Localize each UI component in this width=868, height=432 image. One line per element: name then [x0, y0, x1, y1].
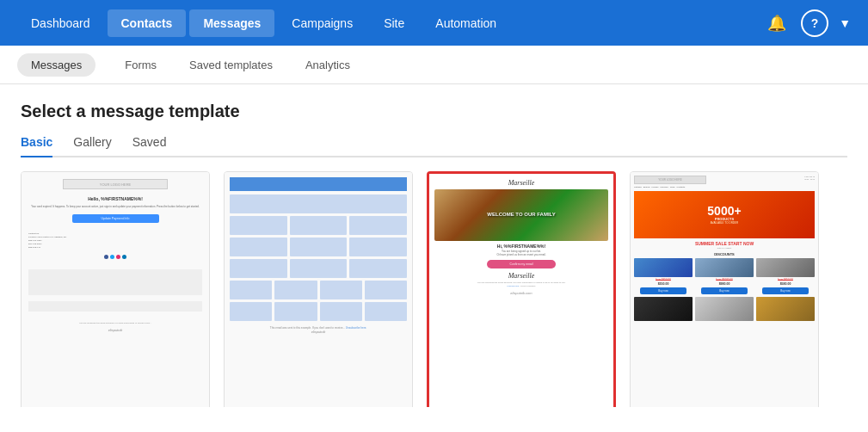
subnav-item-messages[interactable]: Messages: [17, 53, 95, 77]
nav-item-automation[interactable]: Automation: [422, 9, 510, 37]
nav-item-messages[interactable]: Messages: [189, 9, 274, 37]
card4-product-3: from $650.00 $580.00 Buy now: [756, 258, 815, 294]
card4-phone-image-1: [634, 297, 693, 321]
card2-brand-logo: elisputnik: [230, 330, 407, 334]
card2-cell-2: [290, 216, 348, 235]
card4-promotional-banner: 5000+ PRODUCTS AVAILABLE TO ORDER: [634, 191, 815, 238]
card4-nav-ferroles: Ferroles: [660, 186, 668, 188]
nav-item-contacts[interactable]: Contacts: [108, 9, 187, 37]
template-preview-2: This email was sent to this example. If …: [225, 172, 412, 407]
top-navigation: Dashboard Contacts Messages Campaigns Si…: [0, 0, 868, 46]
card2-cell-17: [365, 302, 407, 321]
card2-cell-5: [290, 238, 348, 256]
card4-product-image-3: [756, 258, 815, 277]
card4-product-2: from $1000.00 $980.00 Buy now: [695, 258, 754, 294]
nav-item-site[interactable]: Site: [370, 9, 418, 37]
card2-cell-16: [320, 302, 362, 321]
templates-grid: YOUR LOGO HERE Hello, %%FIRSTNAME%%! You…: [21, 171, 847, 407]
card1-greeting: Hello, %%FIRSTNAME%%!: [28, 196, 202, 201]
card4-buy-button-2: Buy now: [701, 287, 748, 294]
card1-contact: Contact Us PO BOX 7070 Clinton VIA Alaba…: [28, 232, 202, 250]
card3-footer-title: Marseille: [434, 272, 608, 280]
card3-greeting: Hi, %%FIRSTNAME%%!: [434, 244, 608, 249]
card4-nav-shop: Shop: [670, 186, 675, 188]
nav-right-actions: 🔔 ? ▼: [763, 9, 851, 37]
card2-cell-wide: [230, 194, 407, 213]
card2-row-2: [230, 216, 407, 235]
card2-cell-6: [349, 238, 407, 256]
card1-cta-button: Update Payment Info: [72, 214, 159, 223]
template-card-3[interactable]: Marseille WELCOME TO OUR FAMILY Hi, %%FI…: [427, 171, 616, 407]
sub-navigation: Messages Forms Saved templates Analytics: [0, 46, 868, 84]
subnav-item-saved-templates[interactable]: Saved templates: [186, 46, 276, 83]
card2-header-banner: [230, 177, 407, 191]
card4-price-old-1: from $450.00: [656, 278, 671, 281]
card4-price-old-2: from $1000.00: [716, 278, 732, 281]
card2-row-3: [230, 238, 407, 256]
card2-cell-4: [230, 238, 287, 256]
nav-item-campaigns[interactable]: Campaigns: [278, 9, 366, 37]
card1-social-icons: [28, 255, 202, 259]
card4-buy-button-3: Buy now: [762, 287, 809, 294]
card4-banner-number: 5000+: [707, 205, 741, 217]
card2-row-5: [230, 281, 407, 299]
card4-product-image-2: [695, 258, 754, 277]
card4-phone-image-2: [695, 297, 754, 321]
card4-price-new-3: $580.00: [780, 282, 791, 286]
card4-product-row: from $450.00 $350.00 Buy now from $1000.…: [634, 258, 815, 294]
card4-sale-sub: until 21 August: [634, 247, 815, 250]
nav-item-dashboard[interactable]: Dashboard: [17, 9, 104, 37]
card4-product-image-1: [634, 258, 693, 277]
subnav-item-analytics[interactable]: Analytics: [302, 46, 354, 83]
card2-cell-13: [365, 281, 407, 299]
card4-buy-button-1: Buy now: [640, 287, 686, 294]
card2-cell-14: [230, 302, 272, 321]
template-type-tabs: Basic Gallery Saved: [21, 135, 847, 157]
card4-price-new-2: $980.00: [719, 282, 730, 286]
tab-basic[interactable]: Basic: [21, 135, 52, 157]
template-preview-4: YOUR LOGO HERE 8 000 123 4609:00 - 22:00…: [631, 172, 818, 407]
template-preview-1: YOUR LOGO HERE Hello, %%FIRSTNAME%%! You…: [22, 172, 209, 407]
card2-cell-3: [349, 216, 407, 235]
card3-title: Marseille: [434, 179, 608, 187]
card3-cta-button: Confirm my email: [487, 260, 557, 268]
card4-navigation: Catalog Brands Homes Ferroles Shop Conta…: [634, 186, 815, 188]
tab-saved[interactable]: Saved: [132, 135, 167, 157]
account-chevron-button[interactable]: ▼: [839, 16, 851, 30]
card2-cell-11: [274, 281, 317, 299]
template-card-1[interactable]: YOUR LOGO HERE Hello, %%FIRSTNAME%%! You…: [21, 171, 210, 407]
subnav-item-forms[interactable]: Forms: [121, 46, 160, 83]
card1-logo: YOUR LOGO HERE: [63, 179, 167, 189]
card3-footer-text: You are receiving this email because you…: [434, 281, 608, 287]
card4-nav-catalog: Catalog: [634, 186, 642, 188]
card3-body-text: You are being signed up to our list.Or h…: [434, 250, 608, 256]
notification-bell-button[interactable]: 🔔: [763, 9, 791, 37]
card2-cell-7: [230, 259, 287, 278]
card3-brand-logo: elisputnik.com: [434, 291, 608, 295]
card3-image: WELCOME TO OUR FAMILY: [434, 189, 608, 241]
card4-logo: YOUR LOGO HERE: [634, 176, 706, 184]
card1-brand-logo: elisputnik: [28, 328, 202, 332]
card4-nav-contacts: Contacts: [676, 186, 685, 188]
card2-row-6: [230, 302, 407, 321]
template-card-2[interactable]: This email was sent to this example. If …: [224, 171, 413, 407]
card4-nav-homes: Homes: [652, 186, 659, 188]
card2-row-1: [230, 194, 407, 213]
card1-text: Your card expired. It happens. To keep y…: [28, 205, 202, 208]
card2-cell-9: [349, 259, 407, 278]
template-card-4[interactable]: YOUR LOGO HERE 8 000 123 4609:00 - 22:00…: [630, 171, 819, 407]
page-title: Select a message template: [21, 102, 847, 121]
card2-cell-8: [290, 259, 348, 278]
card4-sale-title: SUMMER SALE START NOW: [634, 241, 815, 246]
help-question-button[interactable]: ?: [801, 9, 828, 37]
card2-cell-1: [230, 216, 287, 235]
card4-nav-brands: Brands: [643, 186, 650, 188]
tab-gallery[interactable]: Gallery: [73, 135, 111, 157]
card4-price-old-3: from $650.00: [778, 278, 793, 281]
card4-price-new-1: $350.00: [658, 282, 669, 286]
card1-footer: You are receiving this email because you…: [28, 322, 202, 324]
card2-cell-15: [274, 302, 317, 321]
card4-product-1: from $450.00 $350.00 Buy now: [634, 258, 693, 294]
template-preview-3: Marseille WELCOME TO OUR FAMILY Hi, %%FI…: [429, 174, 613, 407]
card4-phones-row: [634, 297, 815, 321]
